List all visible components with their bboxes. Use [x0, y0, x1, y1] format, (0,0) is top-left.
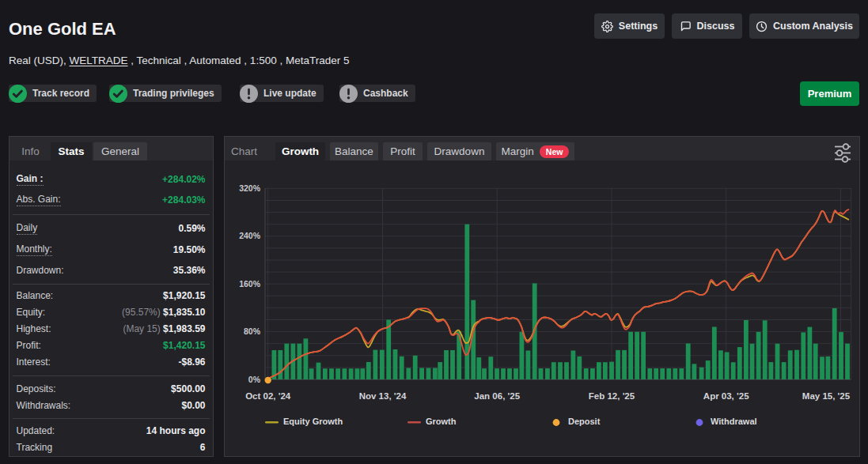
- svg-text:May 15, '25: May 15, '25: [802, 391, 851, 401]
- svg-text:Oct 02, '24: Oct 02, '24: [245, 391, 291, 401]
- svg-text:160%: 160%: [239, 279, 261, 289]
- svg-text:Equity Growth: Equity Growth: [283, 417, 343, 426]
- svg-text:Growth: Growth: [426, 417, 457, 426]
- svg-text:320%: 320%: [239, 183, 261, 193]
- svg-text:240%: 240%: [239, 231, 261, 240]
- svg-text:Feb 12, '25: Feb 12, '25: [589, 391, 635, 401]
- svg-text:Apr 03, '25: Apr 03, '25: [703, 391, 749, 401]
- svg-text:80%: 80%: [244, 326, 261, 336]
- svg-text:Withdrawal: Withdrawal: [711, 417, 757, 426]
- svg-text:Deposit: Deposit: [568, 417, 601, 426]
- svg-text:Jan 06, '25: Jan 06, '25: [474, 391, 520, 401]
- svg-text:Nov 13, '24: Nov 13, '24: [359, 391, 407, 401]
- svg-text:0%: 0%: [248, 375, 261, 384]
